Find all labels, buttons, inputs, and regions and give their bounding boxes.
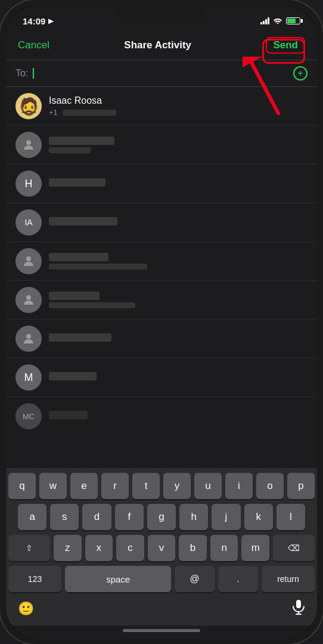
contact-name-blurred-6 (49, 333, 111, 342)
wifi-icon (273, 17, 282, 26)
svg-point-5 (26, 334, 31, 339)
key-u[interactable]: u (194, 473, 222, 499)
nav-bar: Cancel Share Activity Send (6, 32, 317, 60)
contact-info-mch (49, 411, 308, 422)
contact-item-mch[interactable]: MC (6, 397, 317, 436)
notch (117, 6, 206, 23)
contact-item-5[interactable] (6, 281, 317, 320)
key-k[interactable]: k (244, 504, 273, 530)
period-key[interactable]: . (218, 566, 258, 592)
contact-info-4 (49, 253, 308, 270)
add-recipient-button[interactable]: + (293, 66, 308, 80)
contact-info-h (49, 178, 308, 189)
avatar-4 (15, 248, 42, 274)
to-label: To: (15, 68, 28, 79)
contact-name-blurred-4 (49, 253, 108, 261)
key-o[interactable]: o (256, 473, 284, 499)
avatar-1 (15, 132, 42, 158)
at-key[interactable]: @ (175, 566, 215, 592)
key-e[interactable]: e (70, 473, 98, 499)
home-bar (123, 629, 200, 632)
key-z[interactable]: z (54, 535, 82, 561)
contact-name-blurred-m (49, 372, 97, 380)
keyboard-row-4: 123 space @ . return (8, 566, 315, 592)
key-p[interactable]: p (287, 473, 315, 499)
contact-name-blurred-mch (49, 411, 88, 419)
cancel-button[interactable]: Cancel (18, 39, 49, 51)
key-c[interactable]: c (116, 535, 144, 561)
key-m[interactable]: m (241, 535, 269, 561)
key-l[interactable]: l (277, 504, 305, 530)
key-b[interactable]: b (179, 535, 207, 561)
key-f[interactable]: f (115, 504, 144, 530)
contact-info-6 (49, 333, 308, 344)
avatar-m: M (15, 364, 42, 391)
svg-point-3 (26, 256, 31, 261)
contact-item-h[interactable]: H (6, 165, 317, 203)
keyboard-row-1: q w e r t y u i o p (8, 473, 315, 499)
contact-item-isaac[interactable]: 🧔 Isaac Roosa +1 (6, 87, 317, 126)
contact-name-blurred-5 (49, 292, 100, 300)
contact-info-isaac: Isaac Roosa +1 (49, 95, 308, 117)
key-w[interactable]: w (39, 473, 67, 499)
contacts-list: 🧔 Isaac Roosa +1 (6, 87, 317, 468)
page-title: Share Activity (124, 39, 191, 51)
key-v[interactable]: v (148, 535, 176, 561)
contact-sub-isaac: +1 (49, 108, 58, 117)
contact-info-1 (49, 137, 308, 153)
text-cursor (33, 68, 34, 79)
battery-fill (287, 18, 296, 23)
key-j[interactable]: j (212, 504, 240, 530)
key-x[interactable]: x (85, 535, 113, 561)
key-g[interactable]: g (147, 504, 176, 530)
contact-item-m[interactable]: M (6, 358, 317, 397)
key-a[interactable]: a (18, 504, 46, 530)
microphone-key[interactable] (292, 599, 305, 618)
contact-info-5 (49, 292, 308, 308)
svg-point-2 (26, 140, 31, 145)
avatar-isaac: 🧔 (15, 93, 42, 119)
avatar-mch: MC (15, 403, 42, 429)
keyboard-row-2: a s d f g h j k l (8, 504, 315, 530)
key-n[interactable]: n (210, 535, 238, 561)
shift-key[interactable]: ⇧ (8, 535, 50, 561)
key-s[interactable]: s (50, 504, 79, 530)
contact-info-m (49, 372, 308, 383)
avatar-h: H (15, 171, 42, 197)
contact-info-ia (49, 217, 308, 228)
to-field[interactable]: To: + (6, 60, 317, 87)
send-button[interactable]: Send (266, 37, 305, 54)
contact-sub-blurred-4 (49, 264, 147, 270)
signal-icon (260, 17, 269, 24)
key-r[interactable]: r (101, 473, 129, 499)
contact-item-6[interactable] (6, 320, 317, 358)
emoji-key[interactable]: 🙂 (18, 601, 34, 617)
phone-frame: 14:09 ▶ Cancel Share Ac (0, 0, 323, 644)
key-q[interactable]: q (8, 473, 36, 499)
contact-item-1[interactable] (6, 126, 317, 165)
numbers-key[interactable]: 123 (8, 566, 61, 592)
delete-key[interactable]: ⌫ (273, 535, 315, 561)
home-indicator (6, 626, 317, 638)
contact-sub-blurred-1 (49, 147, 91, 153)
contact-name-blurred-1 (49, 137, 114, 145)
avatar-5 (15, 287, 42, 313)
svg-point-4 (26, 295, 31, 300)
return-key[interactable]: return (262, 566, 315, 592)
status-icons (260, 17, 300, 26)
space-key[interactable]: space (65, 566, 171, 592)
key-t[interactable]: t (132, 473, 160, 499)
avatar-6 (15, 326, 42, 352)
phone-inner: 14:09 ▶ Cancel Share Ac (6, 6, 317, 638)
contact-item-4[interactable] (6, 242, 317, 281)
contact-sub-blurred-5 (49, 302, 135, 308)
keyboard-bottom-bar: 🙂 (8, 597, 315, 623)
avatar-ia: IA (15, 209, 42, 236)
keyboard-row-3: ⇧ z x c v b n m ⌫ (8, 535, 315, 561)
key-y[interactable]: y (163, 473, 191, 499)
battery-icon (286, 17, 300, 24)
key-h[interactable]: h (179, 504, 208, 530)
contact-item-ia[interactable]: IA (6, 203, 317, 242)
key-d[interactable]: d (82, 504, 111, 530)
key-i[interactable]: i (225, 473, 253, 499)
